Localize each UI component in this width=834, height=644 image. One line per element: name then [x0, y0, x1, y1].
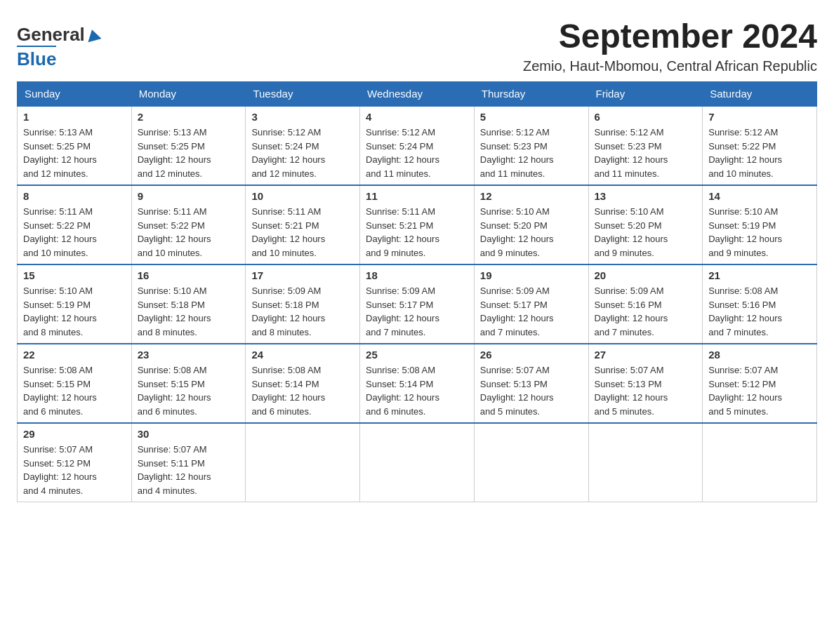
daylight-text: Daylight: 12 hours [23, 154, 97, 165]
daylight-text: Daylight: 12 hours [251, 234, 325, 244]
day-number: 2 [138, 111, 240, 123]
day-number: 9 [138, 190, 240, 202]
calendar-day-cell: 11Sunrise: 5:11 AMSunset: 5:21 PMDayligh… [360, 185, 475, 264]
day-number: 24 [251, 349, 354, 361]
calendar-day-cell: 23Sunrise: 5:08 AMSunset: 5:15 PMDayligh… [131, 344, 246, 423]
daylight-text: Daylight: 12 hours [480, 154, 554, 165]
day-number: 5 [480, 111, 583, 123]
sunset-text: Sunset: 5:20 PM [595, 220, 662, 231]
day-info: Sunrise: 5:12 AMSunset: 5:22 PMDaylight:… [708, 126, 811, 180]
daylight-minutes-text: and 6 minutes. [23, 406, 83, 417]
daylight-minutes-text: and 8 minutes. [251, 327, 311, 337]
calendar-week-row: 8Sunrise: 5:11 AMSunset: 5:22 PMDaylight… [18, 185, 817, 264]
sunrise-text: Sunrise: 5:07 AM [23, 444, 93, 455]
day-number: 14 [708, 190, 811, 202]
daylight-minutes-text: and 6 minutes. [138, 406, 197, 417]
sunrise-text: Sunrise: 5:11 AM [138, 206, 207, 217]
day-info: Sunrise: 5:09 AMSunset: 5:16 PMDaylight:… [595, 284, 697, 339]
day-info: Sunrise: 5:07 AMSunset: 5:12 PMDaylight:… [23, 443, 126, 497]
page-subtitle: Zemio, Haut-Mbomou, Central African Repu… [523, 58, 817, 74]
daylight-text: Daylight: 12 hours [251, 313, 325, 323]
daylight-text: Daylight: 12 hours [595, 313, 668, 323]
day-number: 22 [23, 349, 126, 361]
page-header: General Blue September 2024 Zemio, Haut-… [17, 17, 817, 74]
calendar-week-row: 29Sunrise: 5:07 AMSunset: 5:12 PMDayligh… [18, 423, 817, 502]
calendar-day-cell: 29Sunrise: 5:07 AMSunset: 5:12 PMDayligh… [18, 423, 132, 502]
calendar-day-cell: 6Sunrise: 5:12 AMSunset: 5:23 PMDaylight… [588, 106, 703, 185]
calendar-day-cell: 27Sunrise: 5:07 AMSunset: 5:13 PMDayligh… [588, 344, 703, 423]
calendar-empty-cell [588, 423, 703, 502]
day-info: Sunrise: 5:07 AMSunset: 5:13 PMDaylight:… [595, 363, 697, 418]
calendar-day-cell: 14Sunrise: 5:10 AMSunset: 5:19 PMDayligh… [703, 185, 817, 264]
sunrise-text: Sunrise: 5:07 AM [708, 365, 778, 375]
sunset-text: Sunset: 5:21 PM [251, 220, 319, 231]
sunset-text: Sunset: 5:13 PM [480, 379, 548, 389]
day-info: Sunrise: 5:13 AMSunset: 5:25 PMDaylight:… [23, 126, 126, 180]
sunset-text: Sunset: 5:18 PM [251, 300, 319, 310]
header-sunday: Sunday [18, 82, 132, 107]
day-number: 4 [366, 111, 468, 123]
day-number: 29 [23, 428, 126, 440]
calendar-day-cell: 9Sunrise: 5:11 AMSunset: 5:22 PMDaylight… [131, 185, 246, 264]
calendar-empty-cell [703, 423, 817, 502]
sunrise-text: Sunrise: 5:07 AM [595, 365, 664, 375]
calendar-header-row: SundayMondayTuesdayWednesdayThursdayFrid… [18, 82, 817, 107]
sunrise-text: Sunrise: 5:08 AM [251, 365, 321, 375]
day-info: Sunrise: 5:11 AMSunset: 5:21 PMDaylight:… [251, 205, 354, 260]
daylight-text: Daylight: 12 hours [480, 234, 554, 244]
sunset-text: Sunset: 5:22 PM [23, 220, 91, 231]
daylight-minutes-text: and 9 minutes. [595, 248, 654, 258]
header-thursday: Thursday [474, 82, 588, 107]
calendar-empty-cell [474, 423, 588, 502]
sunset-text: Sunset: 5:13 PM [595, 379, 662, 389]
daylight-minutes-text: and 11 minutes. [595, 168, 660, 179]
daylight-text: Daylight: 12 hours [366, 313, 439, 323]
sunset-text: Sunset: 5:11 PM [138, 458, 205, 469]
header-tuesday: Tuesday [246, 82, 360, 107]
logo-blue-part: Blue [17, 46, 56, 70]
daylight-text: Daylight: 12 hours [138, 313, 211, 323]
daylight-text: Daylight: 12 hours [708, 234, 782, 244]
daylight-minutes-text: and 10 minutes. [138, 248, 203, 258]
sunrise-text: Sunrise: 5:12 AM [251, 127, 321, 137]
daylight-minutes-text: and 10 minutes. [251, 248, 317, 258]
day-number: 15 [23, 269, 126, 281]
calendar-day-cell: 5Sunrise: 5:12 AMSunset: 5:23 PMDaylight… [474, 106, 588, 185]
sunset-text: Sunset: 5:14 PM [366, 379, 433, 389]
sunrise-text: Sunrise: 5:10 AM [595, 206, 664, 217]
sunrise-text: Sunrise: 5:11 AM [251, 206, 321, 217]
day-info: Sunrise: 5:10 AMSunset: 5:18 PMDaylight:… [138, 284, 240, 339]
sunset-text: Sunset: 5:24 PM [251, 141, 319, 152]
day-number: 17 [251, 269, 354, 281]
sunrise-text: Sunrise: 5:10 AM [138, 286, 207, 296]
sunset-text: Sunset: 5:15 PM [23, 379, 91, 389]
calendar-day-cell: 15Sunrise: 5:10 AMSunset: 5:19 PMDayligh… [18, 264, 132, 344]
sunrise-text: Sunrise: 5:10 AM [480, 206, 550, 217]
day-info: Sunrise: 5:07 AMSunset: 5:12 PMDaylight:… [708, 363, 811, 418]
daylight-text: Daylight: 12 hours [480, 313, 554, 323]
day-number: 12 [480, 190, 583, 202]
day-info: Sunrise: 5:08 AMSunset: 5:14 PMDaylight:… [366, 363, 468, 418]
day-info: Sunrise: 5:10 AMSunset: 5:19 PMDaylight:… [708, 205, 811, 260]
day-info: Sunrise: 5:09 AMSunset: 5:17 PMDaylight:… [480, 284, 583, 339]
calendar-week-row: 1Sunrise: 5:13 AMSunset: 5:25 PMDaylight… [18, 106, 817, 185]
day-number: 23 [138, 349, 240, 361]
sunrise-text: Sunrise: 5:08 AM [138, 365, 207, 375]
day-number: 3 [251, 111, 354, 123]
sunrise-text: Sunrise: 5:09 AM [595, 286, 664, 296]
day-info: Sunrise: 5:10 AMSunset: 5:19 PMDaylight:… [23, 284, 126, 339]
calendar-day-cell: 28Sunrise: 5:07 AMSunset: 5:12 PMDayligh… [703, 344, 817, 423]
sunset-text: Sunset: 5:19 PM [708, 220, 776, 231]
daylight-minutes-text: and 12 minutes. [23, 168, 88, 179]
header-friday: Friday [588, 82, 703, 107]
header-wednesday: Wednesday [360, 82, 475, 107]
sunrise-text: Sunrise: 5:12 AM [480, 127, 550, 137]
daylight-text: Daylight: 12 hours [23, 471, 97, 482]
daylight-minutes-text: and 6 minutes. [366, 406, 425, 417]
daylight-minutes-text: and 5 minutes. [480, 406, 540, 417]
sunrise-text: Sunrise: 5:13 AM [138, 127, 207, 137]
day-info: Sunrise: 5:12 AMSunset: 5:23 PMDaylight:… [595, 126, 697, 180]
daylight-text: Daylight: 12 hours [366, 154, 439, 165]
calendar-day-cell: 1Sunrise: 5:13 AMSunset: 5:25 PMDaylight… [18, 106, 132, 185]
daylight-minutes-text: and 8 minutes. [23, 327, 83, 337]
